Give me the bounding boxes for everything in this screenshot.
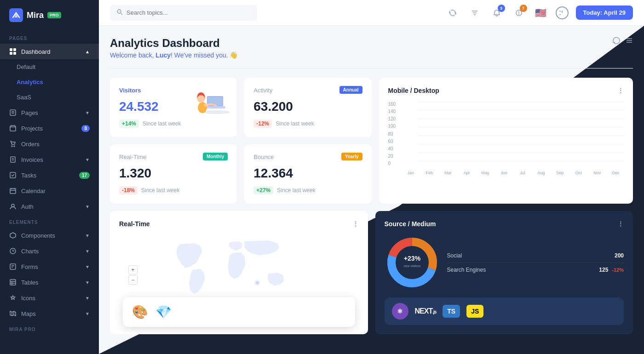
sidebar-item-tasks[interactable]: Tasks 17: [0, 167, 99, 183]
sidebar-item-icons[interactable]: Icons ▼: [0, 290, 99, 306]
svg-rect-40: [205, 106, 225, 108]
invoices-label: Invoices: [21, 156, 43, 163]
icons-label: Icons: [21, 295, 35, 302]
sidebar-item-charts[interactable]: Charts ▼: [0, 243, 99, 259]
source-search-values: 125 -12%: [599, 267, 624, 273]
auth-icon: [9, 203, 17, 210]
notifications-button[interactable]: 3: [489, 6, 504, 20]
power-button[interactable]: [556, 6, 569, 19]
sidebar-item-default[interactable]: Default: [0, 59, 99, 74]
realtime-card: Real-Time Monthly 1.320 -18% Since last …: [110, 144, 237, 204]
refresh-icon[interactable]: [613, 37, 620, 46]
sidebar-item-forms[interactable]: Forms ▼: [0, 259, 99, 274]
svg-marker-25: [10, 311, 16, 316]
mira-pro-label: MIRA PRO: [0, 321, 99, 335]
stats-grid: Visitors 24.532 +14% Since last week: [110, 78, 633, 204]
sidebar-item-pages[interactable]: Pages ▼: [0, 105, 99, 120]
source-search-value: 125: [599, 267, 608, 273]
label-jun: Jun: [496, 171, 512, 175]
label-jul: Jul: [515, 171, 531, 175]
tasks-icon: [9, 171, 17, 179]
source-title: Source / Medium: [385, 220, 436, 228]
default-label: Default: [17, 63, 35, 70]
flag-button[interactable]: 🇺🇸: [534, 6, 548, 20]
sidebar-item-saas[interactable]: SaaS: [0, 90, 99, 105]
main-area: 3 7 🇺🇸 Today: April 29 Analytics Dashboa…: [99, 0, 644, 354]
page-subtitle: Welcome back, Lucy! We've missed you. 👋: [110, 51, 633, 59]
sidebar-item-tables[interactable]: Tables ▼: [0, 274, 99, 290]
chart-title-row: Mobile / Desktop ⋮: [388, 87, 624, 94]
filter-button[interactable]: [467, 6, 482, 20]
bar-chart: 0 20 40 60 80 100 120 140 160: [388, 102, 624, 175]
svg-point-17: [12, 204, 14, 207]
dark-tech-logos-inner: ⚛ NEXT.js TS JS: [385, 297, 624, 325]
visitors-illustration: [191, 82, 232, 119]
javascript-logo: JS: [466, 305, 483, 318]
pages-label: Pages: [21, 109, 38, 116]
charts-chevron: ▼: [85, 249, 90, 254]
bounce-since: Since last week: [277, 187, 315, 194]
realtime-change: -18%: [119, 186, 138, 194]
today-button[interactable]: Today: April 29: [576, 6, 633, 20]
svg-text:+23%: +23%: [403, 255, 420, 262]
sync-button[interactable]: [445, 6, 460, 20]
bell-button[interactable]: 7: [512, 6, 526, 20]
sidebar-item-dashboard[interactable]: Dashboard ▲: [0, 44, 99, 59]
y-axis: 0 20 40 60 80 100 120 140 160: [388, 102, 403, 175]
invoices-chevron: ▼: [85, 157, 90, 162]
pro-badge: PRO: [47, 12, 61, 18]
source-social-value: 200: [615, 252, 624, 259]
sidebar-item-maps[interactable]: Maps ▼: [0, 306, 99, 321]
bars-wrapper: [403, 102, 624, 171]
chart-menu-button[interactable]: ⋮: [617, 87, 624, 94]
components-icon: [9, 232, 17, 239]
sidebar-item-projects[interactable]: Projects 8: [0, 120, 99, 136]
label-dec: Dec: [608, 171, 624, 175]
sidebar-item-auth[interactable]: Auth ▼: [0, 199, 99, 214]
sidebar-item-calendar[interactable]: Calendar: [0, 183, 99, 199]
icons-icon: [9, 294, 17, 302]
svg-rect-3: [13, 52, 16, 55]
svg-rect-21: [10, 280, 16, 285]
sidebar-item-components[interactable]: Components ▼: [0, 228, 99, 243]
map-menu-button[interactable]: ⋮: [352, 220, 359, 228]
source-menu-button[interactable]: ⋮: [617, 220, 624, 228]
header-actions: [613, 37, 633, 46]
sidebar-item-orders[interactable]: Orders: [0, 136, 99, 152]
svg-rect-20: [10, 264, 16, 269]
sidebar-item-analytics[interactable]: Analytics: [0, 74, 99, 90]
figma-logo: 🎨: [132, 304, 148, 320]
dashboard-icon: [9, 48, 17, 55]
visitors-change: +14%: [119, 120, 139, 128]
visitors-card: Visitors 24.532 +14% Since last week: [110, 78, 237, 137]
auth-chevron: ▼: [85, 204, 90, 209]
map-title: Real-Time: [119, 220, 150, 228]
search-input[interactable]: [126, 9, 251, 16]
orders-icon: [9, 140, 17, 148]
source-title-row: Source / Medium ⋮: [385, 220, 624, 228]
search-box[interactable]: [110, 5, 257, 21]
dashboard-label: Dashboard: [21, 48, 51, 55]
svg-text:new visitors: new visitors: [403, 264, 420, 268]
tables-icon: [9, 279, 17, 286]
middle-stats: Activity Annual 63.200 -12% Since last w…: [244, 78, 371, 204]
projects-label: Projects: [21, 125, 43, 132]
source-search-change: -12%: [612, 267, 624, 273]
charts-label: Charts: [21, 248, 39, 255]
elements-section-label: ELEMENTS: [0, 214, 99, 228]
left-stats: Visitors 24.532 +14% Since last week: [110, 78, 237, 204]
svg-rect-13: [10, 188, 16, 194]
world-map-svg: [119, 233, 359, 307]
sketch-logo: 💎: [155, 304, 172, 320]
tasks-label: Tasks: [21, 172, 36, 179]
label-may: May: [477, 171, 494, 175]
donut-container: +23% new visitors Social 200 Search Engi…: [385, 235, 624, 290]
sidebar-item-invoices[interactable]: Invoices ▼: [0, 152, 99, 167]
username: Lucy: [155, 51, 171, 59]
activity-footer: -12% Since last week: [253, 120, 362, 128]
source-item-search: Search Engines 125 -12%: [447, 263, 624, 277]
settings-icon[interactable]: [626, 37, 633, 46]
logo-area: Mira PRO: [0, 0, 99, 30]
bounce-label-row: Bounce Yearly: [253, 154, 362, 160]
donut-chart-svg: +23% new visitors: [385, 235, 440, 290]
